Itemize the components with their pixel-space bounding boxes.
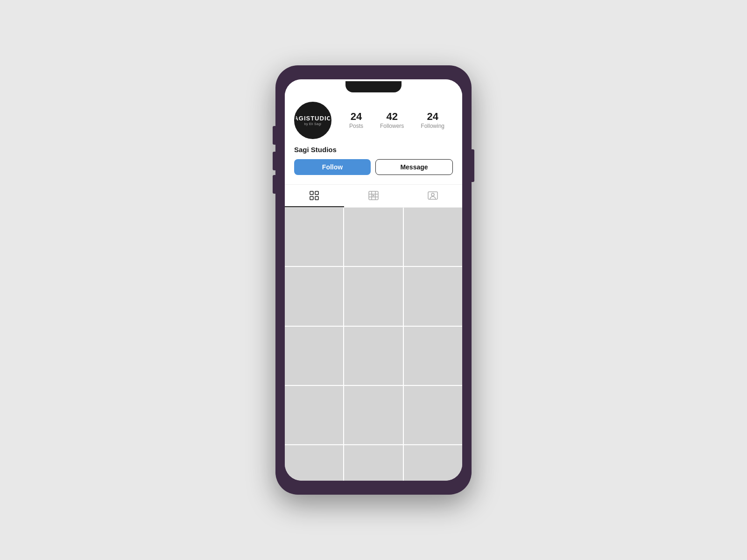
grid-cell[interactable] [344, 445, 402, 481]
profile-content: SAGISTUDIOS by Eli Sagi 24 Posts 42 Foll… [285, 94, 462, 481]
profile-actions: Follow Message [294, 159, 453, 175]
profile-top-row: SAGISTUDIOS by Eli Sagi 24 Posts 42 Foll… [294, 102, 453, 139]
photo-grid [285, 208, 462, 481]
grid-cell[interactable] [285, 208, 343, 266]
svg-rect-1 [315, 191, 318, 195]
tagged-icon [427, 190, 438, 201]
tab-reels[interactable] [344, 185, 403, 207]
avatar: SAGISTUDIOS by Eli Sagi [294, 102, 331, 139]
posts-label: Posts [349, 123, 363, 129]
grid-icon [309, 190, 320, 201]
stat-following[interactable]: 24 Following [421, 112, 444, 129]
phone-screen: SAGISTUDIOS by Eli Sagi 24 Posts 42 Foll… [285, 79, 462, 481]
notch [345, 81, 402, 92]
avatar-sub-text: by Eli Sagi [294, 122, 331, 126]
grid-cell[interactable] [285, 267, 343, 325]
grid-cell[interactable] [344, 386, 402, 444]
following-count: 24 [427, 112, 438, 122]
grid-cell[interactable] [344, 327, 402, 385]
grid-cell[interactable] [285, 327, 343, 385]
grid-cell[interactable] [404, 267, 462, 325]
stat-posts[interactable]: 24 Posts [349, 112, 363, 129]
reels-icon [368, 190, 379, 201]
grid-cell[interactable] [285, 445, 343, 481]
grid-cell[interactable] [404, 386, 462, 444]
svg-point-7 [431, 193, 434, 196]
profile-header: SAGISTUDIOS by Eli Sagi 24 Posts 42 Foll… [285, 94, 462, 184]
grid-cell[interactable] [285, 386, 343, 444]
stats-container: 24 Posts 42 Followers 24 Following [341, 112, 453, 129]
grid-cell[interactable] [344, 208, 402, 266]
grid-cell[interactable] [404, 445, 462, 481]
grid-cell[interactable] [404, 327, 462, 385]
tab-grid[interactable] [285, 185, 344, 207]
svg-rect-2 [310, 196, 313, 200]
follow-button[interactable]: Follow [294, 159, 371, 175]
avatar-main-text: SAGISTUDIOS [294, 115, 331, 122]
posts-count: 24 [351, 112, 362, 122]
svg-rect-3 [315, 196, 318, 200]
tab-bar [285, 184, 462, 208]
grid-cell[interactable] [404, 208, 462, 266]
tab-tagged[interactable] [403, 185, 462, 207]
stat-followers[interactable]: 42 Followers [380, 112, 404, 129]
followers-count: 42 [386, 112, 397, 122]
status-bar [285, 79, 462, 94]
svg-rect-0 [310, 191, 313, 195]
followers-label: Followers [380, 123, 404, 129]
profile-name: Sagi Studios [294, 146, 453, 154]
following-label: Following [421, 123, 444, 129]
message-button[interactable]: Message [375, 159, 453, 175]
svg-marker-5 [373, 195, 375, 196]
phone-frame: SAGISTUDIOS by Eli Sagi 24 Posts 42 Foll… [275, 65, 472, 495]
grid-cell[interactable] [344, 267, 402, 325]
